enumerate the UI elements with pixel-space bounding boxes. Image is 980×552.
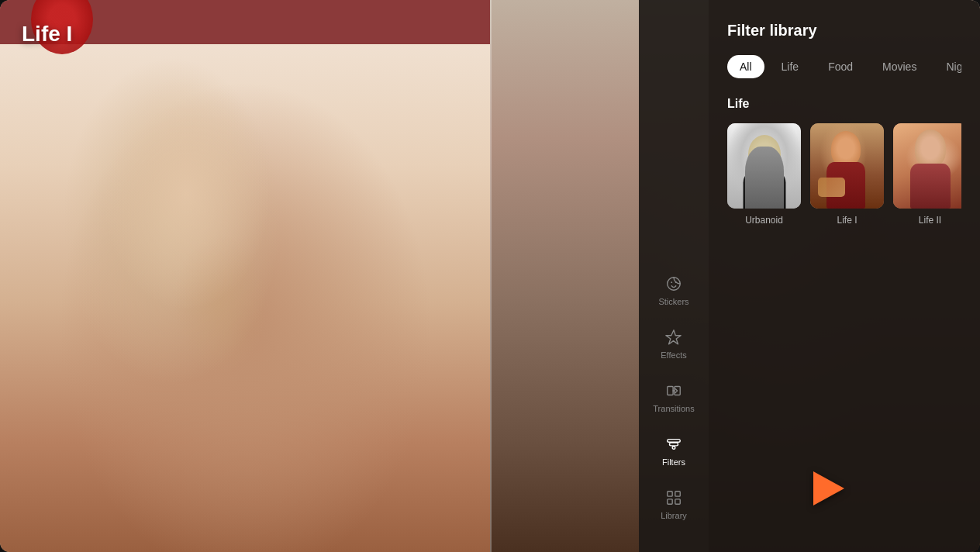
sidebar-item-stickers[interactable]: Stickers: [639, 264, 709, 317]
tab-food[interactable]: Food: [816, 55, 865, 78]
svg-rect-8: [675, 499, 680, 504]
svg-point-1: [671, 281, 672, 283]
svg-rect-3: [668, 387, 673, 395]
filter-library-title: Filter library: [727, 22, 961, 40]
filter-item-urbanoid[interactable]: Urbanoid: [727, 123, 801, 226]
stickers-icon: [664, 274, 683, 293]
tab-movies[interactable]: Movies: [870, 55, 929, 78]
svg-rect-6: [675, 492, 680, 496]
transitions-icon: [664, 381, 683, 400]
svg-point-2: [675, 281, 677, 283]
transitions-label: Transitions: [653, 404, 694, 413]
svg-rect-5: [668, 492, 672, 496]
sidebar-item-filters[interactable]: Filters: [639, 424, 709, 478]
effects-label: Effects: [661, 350, 686, 360]
library-label: Library: [661, 511, 687, 520]
section-life-title: Life: [727, 97, 961, 111]
effects-icon: [664, 328, 683, 347]
tab-life[interactable]: Life: [769, 55, 812, 78]
photo-left: [0, 0, 490, 552]
stickers-label: Stickers: [658, 297, 688, 306]
svg-rect-7: [668, 499, 672, 504]
filter-thumb-life1: [810, 123, 884, 209]
tab-all[interactable]: All: [727, 55, 764, 78]
filter-thumb-urbanoid: [727, 123, 801, 209]
photo-divider: [490, 0, 492, 552]
tab-night[interactable]: Night: [933, 55, 961, 78]
filter-item-life2[interactable]: Life II: [893, 123, 961, 226]
filter-thumb-life2: [893, 123, 961, 209]
library-icon: [664, 488, 683, 507]
filter-item-life1[interactable]: Life I: [810, 123, 884, 226]
filter-panel: Filter library All Life Food Movies Nigh…: [709, 0, 980, 552]
filter-label-urbanoid: Urbanoid: [745, 215, 783, 226]
photo-title: Life I: [22, 22, 72, 47]
filters-icon: [664, 435, 683, 454]
filter-label-life1: Life I: [837, 215, 857, 226]
filters-label: Filters: [662, 457, 685, 467]
filter-tabs: All Life Food Movies Night: [727, 55, 961, 78]
sidebar-item-library[interactable]: Library: [639, 478, 709, 531]
sidebar-item-effects[interactable]: Effects: [639, 317, 709, 371]
filter-label-life2: Life II: [919, 215, 941, 226]
cursor-arrow: [813, 471, 844, 505]
sidebar: Stickers Effects Trans: [639, 0, 709, 552]
right-panel: Stickers Effects Trans: [639, 0, 980, 552]
filter-grid: Urbanoid Life I: [727, 123, 961, 226]
sidebar-item-transitions[interactable]: Transitions: [639, 371, 709, 424]
main-container: Life I Stickers: [0, 0, 980, 552]
